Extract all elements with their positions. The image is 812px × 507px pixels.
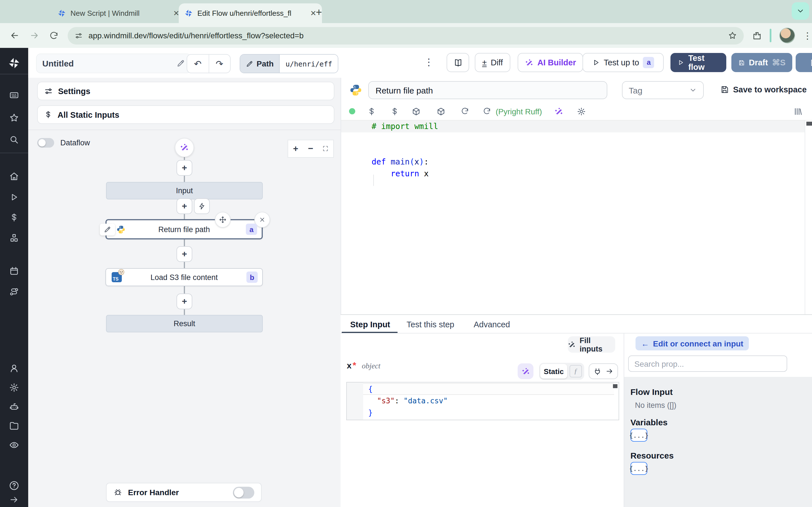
code-editor[interactable]: # import wmill def main(x): return x	[341, 120, 812, 314]
tab-advanced[interactable]: Advanced	[474, 315, 510, 334]
path-group[interactable]: Path u/henri/eff	[240, 54, 338, 73]
editor-settings-gear-icon[interactable]	[577, 107, 586, 116]
resources-cubes-icon[interactable]	[9, 233, 19, 243]
expand-sidebar-icon[interactable]	[9, 495, 19, 504]
plug-icon[interactable]	[593, 367, 602, 376]
schedules-calendar-icon[interactable]	[9, 266, 19, 276]
package-icon[interactable]	[412, 107, 421, 116]
folders-icon[interactable]	[9, 421, 19, 431]
extensions-icon[interactable]	[752, 31, 762, 40]
diff-button[interactable]: ± Diff	[475, 53, 510, 72]
docs-button[interactable]	[447, 53, 469, 72]
static-mode-button[interactable]: Static	[540, 364, 567, 379]
redo-button[interactable]: ↷	[209, 55, 230, 73]
json-scrollbar-thumb[interactable]	[613, 384, 617, 388]
all-static-inputs-row[interactable]: All Static Inputs	[37, 105, 335, 124]
flow-ai-wand-button[interactable]	[175, 138, 194, 157]
forward-icon[interactable]	[29, 31, 40, 41]
resources-braces-button[interactable]: {...}	[630, 462, 647, 475]
test-up-to-button[interactable]: Test up to a	[582, 53, 664, 72]
windmill-logo-icon[interactable]	[8, 57, 20, 69]
audit-eye-icon[interactable]	[9, 440, 19, 450]
bug-icon	[113, 488, 122, 497]
favorites-star-icon[interactable]	[9, 113, 19, 123]
fullscreen-icon[interactable]: ⛶	[323, 145, 328, 153]
browser-tab-edit-flow[interactable]: Edit Flow u/henri/effortless_fl ✕	[179, 3, 322, 23]
ai-fill-button[interactable]	[518, 363, 534, 379]
help-icon[interactable]	[9, 480, 19, 491]
expression-mode-button[interactable]: ƒ	[569, 365, 582, 378]
variables-braces-button[interactable]: {...}	[630, 429, 647, 442]
arrow-right-icon[interactable]	[606, 367, 613, 375]
library-icon[interactable]	[794, 107, 802, 116]
insert-trigger-button[interactable]	[194, 198, 210, 214]
undo-button[interactable]: ↶	[187, 55, 209, 73]
home-icon[interactable]	[9, 171, 19, 181]
step-name-input[interactable]: Return file path	[368, 81, 607, 99]
dataflow-toggle[interactable]	[37, 138, 54, 148]
more-options-icon[interactable]: ⋮	[424, 56, 434, 68]
zoom-in-icon[interactable]: +	[293, 144, 298, 154]
error-handler-row[interactable]: Error Handler	[106, 483, 262, 502]
tab-close-icon[interactable]: ✕	[310, 9, 316, 17]
url-bar[interactable]: app.windmill.dev/flows/edit/u/henri/effo…	[68, 27, 744, 44]
python-icon	[116, 224, 126, 234]
json-value-editor[interactable]: { "s3": "data.csv"}	[346, 382, 619, 420]
dollar-icon[interactable]	[390, 107, 399, 116]
browser-tab-new-script[interactable]: New Script | Windmill ✕	[52, 3, 185, 23]
save-to-workspace-button[interactable]: Save to workspace	[720, 85, 807, 94]
refresh-icon[interactable]	[461, 107, 469, 115]
back-icon[interactable]	[10, 31, 20, 41]
browser-menu-icon[interactable]: ⋮	[803, 30, 812, 41]
edit-or-connect-button[interactable]: ← Edit or connect an input	[636, 336, 749, 350]
dollar-icon[interactable]	[367, 107, 376, 116]
test-flow-button[interactable]: Test flow	[670, 53, 726, 72]
ai-builder-button[interactable]: AI Builder	[518, 53, 583, 72]
search-prop-input[interactable]	[628, 355, 787, 372]
flows-route-icon[interactable]	[9, 287, 19, 297]
bookmark-star-icon[interactable]	[728, 31, 737, 40]
runs-play-icon[interactable]	[9, 192, 19, 202]
flow-name-field[interactable]: Untitled	[36, 54, 191, 73]
assistant-status[interactable]: (Pyright Ruff)	[496, 107, 542, 116]
app-sidebar	[0, 48, 28, 507]
flow-result-node[interactable]: Result	[106, 315, 263, 332]
draft-button[interactable]: Draft ⌘S	[731, 53, 792, 72]
edit-pencil-icon[interactable]	[176, 59, 185, 68]
variables-dollar-icon[interactable]	[9, 213, 19, 222]
code-lines: # import wmill def main(x): return x	[371, 121, 438, 180]
settings-row[interactable]: Settings	[37, 82, 335, 100]
error-handler-toggle[interactable]	[233, 487, 254, 498]
insert-step-button[interactable]: +	[176, 293, 192, 309]
play-icon	[592, 59, 600, 66]
tag-select[interactable]: Tag	[622, 81, 704, 99]
insert-step-button[interactable]: +	[176, 246, 192, 262]
node-edit-pencil[interactable]	[100, 224, 115, 235]
refresh-icon[interactable]	[483, 107, 491, 115]
flow-node-b[interactable]: TS Load S3 file content b	[105, 268, 263, 286]
reload-icon[interactable]	[49, 31, 59, 40]
ai-wand-icon[interactable]	[554, 107, 563, 116]
insert-step-button[interactable]: +	[176, 160, 192, 176]
users-person-icon[interactable]	[9, 363, 19, 374]
avatar[interactable]	[779, 27, 795, 43]
tab-step-input[interactable]: Step Input	[350, 315, 390, 334]
workers-robot-icon[interactable]	[9, 402, 19, 412]
settings-gear-icon[interactable]	[9, 383, 19, 393]
deploy-button[interactable]: Deploy	[796, 53, 812, 72]
node-move-handle[interactable]	[215, 212, 231, 228]
site-settings-icon[interactable]	[74, 31, 83, 40]
search-icon[interactable]	[9, 135, 19, 145]
zoom-out-icon[interactable]: −	[308, 144, 313, 154]
tab-search-button[interactable]	[792, 2, 809, 20]
fill-inputs-button[interactable]: Fill inputs	[568, 336, 615, 353]
tab-test-this-step[interactable]: Test this step	[407, 315, 454, 334]
flow-input-node[interactable]: Input	[106, 182, 263, 200]
flow-node-a[interactable]: Return file path a	[105, 219, 263, 239]
tab-close-icon[interactable]: ✕	[173, 9, 179, 17]
new-tab-button[interactable]: +	[316, 6, 322, 18]
workspace-icon[interactable]	[9, 90, 19, 100]
scrollbar-thumb[interactable]	[806, 122, 812, 126]
insert-step-button[interactable]: +	[176, 198, 192, 214]
package-icon[interactable]	[437, 107, 446, 116]
